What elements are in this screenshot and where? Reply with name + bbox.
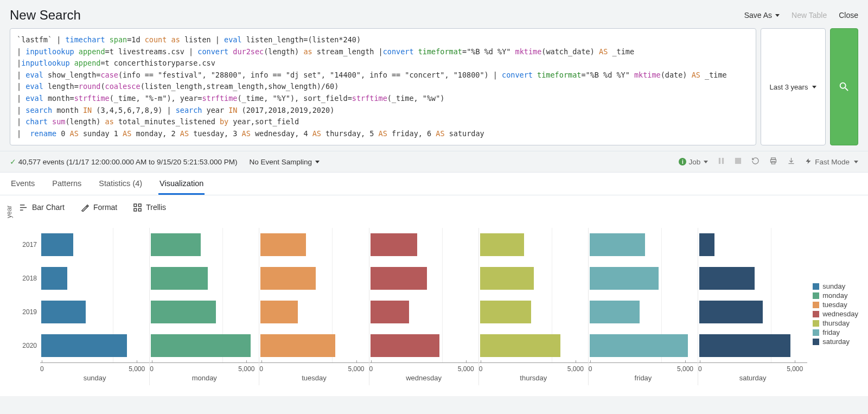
bar[interactable] [590, 233, 645, 256]
svg-marker-7 [806, 158, 811, 164]
bar[interactable] [41, 334, 127, 357]
bar[interactable] [480, 301, 531, 323]
bar[interactable] [480, 233, 525, 256]
timerange-label: Last 3 years [770, 83, 808, 91]
legend-label: friday [822, 328, 840, 336]
print-icon[interactable] [769, 157, 777, 167]
job-label: Job [688, 158, 700, 166]
legend-swatch [813, 311, 819, 317]
x-tick: 5,000 [677, 365, 693, 373]
bar[interactable] [371, 233, 418, 256]
trellis-button[interactable]: Trellis [133, 203, 166, 212]
bar[interactable] [590, 267, 659, 290]
reload-icon[interactable] [751, 157, 760, 167]
legend-item-friday[interactable]: friday [813, 328, 858, 336]
bar[interactable] [480, 267, 534, 290]
legend-label: sunday [822, 282, 845, 290]
svg-rect-1 [722, 158, 724, 164]
chevron-down-icon [775, 14, 780, 17]
bar[interactable] [260, 233, 306, 256]
facet-thursday: 05,000thursday [478, 228, 588, 385]
download-icon[interactable] [787, 157, 795, 167]
legend-swatch [813, 292, 819, 299]
facet-title: sunday [40, 374, 149, 382]
facet-wednesday: 05,000wednesday [369, 228, 478, 385]
x-tick: 0 [150, 365, 154, 373]
close-button[interactable]: Close [839, 11, 858, 20]
timerange-picker[interactable]: Last 3 years [761, 28, 826, 145]
legend-item-wednesday[interactable]: wednesday [813, 310, 858, 318]
chart-area: year 2017201820192020 05,000sunday05,000… [0, 212, 868, 396]
bar[interactable] [699, 233, 714, 256]
facet-title: saturday [698, 374, 807, 382]
new-table-button[interactable]: New Table [792, 11, 827, 20]
format-label: Format [93, 203, 117, 212]
tab-patterns[interactable]: Patterns [51, 173, 82, 195]
facet-title: tuesday [259, 374, 368, 382]
facet-sunday: 05,000sunday [40, 228, 149, 385]
bar[interactable] [41, 233, 73, 256]
svg-rect-2 [735, 158, 741, 164]
bar[interactable] [151, 334, 251, 357]
bar[interactable] [590, 301, 640, 323]
bar[interactable] [371, 334, 439, 357]
bar[interactable] [371, 301, 409, 323]
bar[interactable] [699, 301, 763, 323]
trellis-label: Trellis [146, 203, 166, 212]
bar[interactable] [699, 334, 790, 357]
chevron-down-icon [315, 161, 320, 163]
x-tick: 5,000 [787, 365, 803, 373]
x-tick: 0 [479, 365, 483, 373]
save-as-menu[interactable]: Save As [744, 11, 780, 20]
statusbar: ✓ 40,577 events (1/1/17 12:00:00.000 AM … [0, 151, 868, 173]
bar[interactable] [590, 334, 688, 357]
legend-item-thursday[interactable]: thursday [813, 319, 858, 327]
job-menu[interactable]: i Job [679, 158, 708, 166]
bar[interactable] [260, 301, 298, 323]
legend-label: wednesday [822, 310, 858, 318]
search-button[interactable] [830, 28, 858, 145]
bar[interactable] [260, 334, 335, 357]
bar[interactable] [151, 233, 201, 256]
bar[interactable] [41, 301, 86, 323]
legend-label: saturday [822, 337, 850, 346]
bar[interactable] [260, 267, 316, 290]
bar[interactable] [371, 267, 427, 290]
event-sampling-menu[interactable]: No Event Sampling [250, 158, 320, 166]
svg-rect-13 [134, 208, 137, 211]
svg-rect-0 [719, 158, 720, 164]
legend-item-saturday[interactable]: saturday [813, 337, 858, 346]
bar[interactable] [41, 267, 67, 290]
facet-friday: 05,000friday [588, 228, 698, 385]
legend-label: tuesday [822, 301, 847, 309]
tab-visualization[interactable]: Visualization [158, 173, 205, 195]
chevron-down-icon [812, 86, 816, 88]
bar[interactable] [151, 301, 216, 323]
x-tick: 5,000 [348, 365, 364, 373]
stop-icon [735, 157, 742, 166]
svg-rect-14 [139, 208, 142, 211]
y-tick: 2018 [17, 262, 40, 295]
legend-item-sunday[interactable]: sunday [813, 282, 858, 290]
events-text: 40,577 events (1/1/17 12:00:00.000 AM to… [18, 158, 238, 166]
x-tick: 0 [40, 365, 44, 373]
page-title: New Search [10, 8, 81, 23]
search-input[interactable]: `lastfm` | timechart span=1d count as li… [10, 28, 756, 145]
search-mode-menu[interactable]: Fast Mode [805, 157, 858, 167]
y-axis-label: year [5, 206, 13, 218]
legend-item-tuesday[interactable]: tuesday [813, 301, 858, 309]
bar[interactable] [480, 334, 560, 357]
tab-events[interactable]: Events [10, 173, 36, 195]
chevron-down-icon [704, 161, 708, 163]
legend-swatch [813, 302, 819, 308]
bar-chart-icon [20, 203, 28, 212]
legend-item-monday[interactable]: monday [813, 291, 858, 300]
sampling-label: No Event Sampling [250, 158, 312, 166]
format-button[interactable]: Format [81, 203, 117, 212]
tab-statistics[interactable]: Statistics (4) [98, 173, 143, 195]
x-tick: 5,000 [567, 365, 584, 373]
chart-type-picker[interactable]: Bar Chart [20, 203, 65, 212]
bar[interactable] [151, 267, 208, 290]
x-tick: 0 [698, 365, 702, 373]
bar[interactable] [699, 267, 755, 290]
